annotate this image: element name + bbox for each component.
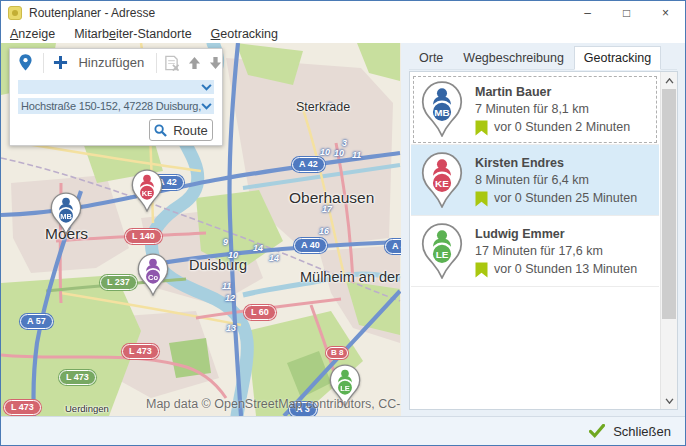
road-badge-b8: B 8 xyxy=(326,347,348,359)
exit-number: 14 xyxy=(253,243,263,253)
road-badge-l473: L 473 xyxy=(59,370,96,385)
exit-number: 13 xyxy=(226,323,236,333)
svg-text:KE: KE xyxy=(435,178,449,189)
footer-bar: Schließen xyxy=(1,416,685,445)
city-label-duisburg: Duisburg xyxy=(189,257,247,273)
person-pin-icon: MB xyxy=(421,81,463,137)
destination-address-value: Hochstraße 150-152, 47228 Duisburg, DE xyxy=(18,100,201,112)
location-pin-icon[interactable] xyxy=(19,54,32,71)
title-bar: Routenplaner - Adresse – □ × xyxy=(1,1,685,24)
map-attribution: Map data © OpenStreetMap contributors, C… xyxy=(146,397,401,411)
menu-label: iter-Standorte xyxy=(116,27,192,41)
exit-number: 11 xyxy=(352,150,361,160)
exit-number: 3 xyxy=(342,138,347,148)
svg-text:KE: KE xyxy=(142,189,152,198)
map-canvas[interactable]: 9 10 11 12 13 14 14 2 3 10 10 11 17 16 A… xyxy=(1,43,401,416)
tracking-item-martin-bauer[interactable]: MB Martin Bauer 7 Minuten für 8,1 km vor… xyxy=(411,74,659,145)
maximize-button[interactable]: □ xyxy=(607,1,646,24)
exit-number: 10 xyxy=(320,147,330,157)
route-info: 8 Minuten für 6,4 km xyxy=(475,172,637,189)
plus-icon xyxy=(53,55,68,70)
move-up-button[interactable] xyxy=(188,56,201,70)
menu-item-anzeige[interactable]: Anzeige xyxy=(10,27,55,41)
person-name: Ludwig Emmer xyxy=(475,226,637,243)
person-name: Kirsten Endres xyxy=(475,155,637,172)
arrow-up-icon xyxy=(188,56,201,70)
scroll-up-button[interactable] xyxy=(661,72,677,89)
map-pin-ke[interactable]: KE xyxy=(131,169,163,212)
list-scrollbar[interactable] xyxy=(660,72,677,409)
remove-route-point-icon xyxy=(163,55,180,71)
menu-bar: Anzeige Mitarbeiter-Standorte Geotrackin… xyxy=(1,24,685,43)
flag-icon xyxy=(475,120,488,136)
tracking-item-kirsten-endres[interactable]: KE Kirsten Endres 8 Minuten für 6,4 km v… xyxy=(411,145,659,216)
close-window-button[interactable]: × xyxy=(646,1,685,24)
exit-number: 14 xyxy=(269,253,279,263)
last-update: vor 0 Stunden 25 Minuten xyxy=(494,190,637,207)
tab-orte[interactable]: Orte xyxy=(409,46,453,69)
exit-number: 9 xyxy=(223,237,228,247)
chevron-up-icon xyxy=(665,78,674,84)
toolbar-separator xyxy=(156,53,157,73)
road-badge-l473: L 473 xyxy=(122,344,159,359)
city-label-muelheim: Mülheim an der R xyxy=(300,269,401,285)
route-info: 17 Minuten für 17,6 km xyxy=(475,243,637,260)
city-label-uerdingen: Uerdingen xyxy=(65,403,109,414)
window-title: Routenplaner - Adresse xyxy=(29,6,155,20)
exit-number: 16 xyxy=(319,226,329,236)
person-pin-icon: LE xyxy=(421,223,463,279)
route-button[interactable]: Route xyxy=(149,119,213,141)
road-badge-a57: A 57 xyxy=(20,314,53,329)
remove-route-point-button[interactable] xyxy=(163,55,180,71)
close-button-label: Schließen xyxy=(613,424,671,439)
close-button[interactable]: Schließen xyxy=(589,424,671,439)
scrollbar-thumb[interactable] xyxy=(662,89,676,319)
city-label-sterkrade: Sterkrade xyxy=(296,100,350,114)
chevron-down-icon xyxy=(201,103,212,110)
city-label-oberhausen: Oberhausen xyxy=(289,189,374,207)
exit-number: 11 xyxy=(222,281,231,291)
check-icon xyxy=(589,424,605,438)
menu-item-geotracking[interactable]: Geotracking xyxy=(211,27,278,41)
road-badge-l140: L 140 xyxy=(125,229,162,244)
svg-text:LE: LE xyxy=(340,384,350,393)
menu-label: eotracking xyxy=(220,27,278,41)
add-button-label: Hinzufügen xyxy=(78,55,144,70)
svg-text:LE: LE xyxy=(436,249,449,260)
menu-label: G xyxy=(211,27,221,41)
flag-icon xyxy=(475,262,488,278)
move-down-button[interactable] xyxy=(209,56,222,70)
map-pin-mb[interactable]: MB xyxy=(50,192,82,235)
road-badge-a40: A 40 xyxy=(294,238,327,253)
menu-label: Mitarb xyxy=(74,27,109,41)
tracking-item-ludwig-emmer[interactable]: LE Ludwig Emmer 17 Minuten für 17,6 km v… xyxy=(411,216,659,287)
tracking-list: MB Martin Bauer 7 Minuten für 8,1 km vor… xyxy=(409,71,678,410)
menu-label: nzeige xyxy=(18,27,55,41)
route-button-label: Route xyxy=(173,123,208,138)
scroll-down-button[interactable] xyxy=(661,392,677,409)
flag-icon xyxy=(475,191,488,207)
last-update: vor 0 Stunden 2 Minuten xyxy=(494,119,630,136)
chevron-down-icon xyxy=(665,398,674,404)
road-badge-l237: L 237 xyxy=(100,275,137,290)
map-pin-co[interactable]: Co xyxy=(137,253,169,296)
tab-geotracking[interactable]: Geotracking xyxy=(574,46,661,70)
toolbar-separator xyxy=(43,53,44,73)
person-name: Martin Bauer xyxy=(475,84,630,101)
app-icon xyxy=(8,6,22,20)
add-button[interactable]: Hinzufügen xyxy=(53,55,144,70)
start-address-dropdown[interactable] xyxy=(18,80,214,94)
road-badge-a42: A 42 xyxy=(292,157,325,172)
menu-item-mitarbeiter-standorte[interactable]: Mitarbeiter-Standorte xyxy=(74,27,191,41)
road-badge-a40-clipped: A 40 xyxy=(385,239,401,254)
tab-bar: Orte Wegbeschreibung Geotracking xyxy=(409,46,677,70)
person-pin-icon: KE xyxy=(421,152,463,208)
destination-address-dropdown[interactable]: Hochstraße 150-152, 47228 Duisburg, DE xyxy=(18,98,214,114)
arrow-down-icon xyxy=(209,56,222,70)
minimize-button[interactable]: – xyxy=(568,1,607,24)
route-toolbar-panel: Hinzufügen Hochstraße 150-152, xyxy=(9,48,223,146)
tab-wegbeschreibung[interactable]: Wegbeschreibung xyxy=(453,46,574,69)
road-badge-l60: L 60 xyxy=(244,305,276,320)
svg-text:MB: MB xyxy=(434,107,449,118)
geotracking-panel: Orte Wegbeschreibung Geotracking MB Mart… xyxy=(401,43,685,416)
